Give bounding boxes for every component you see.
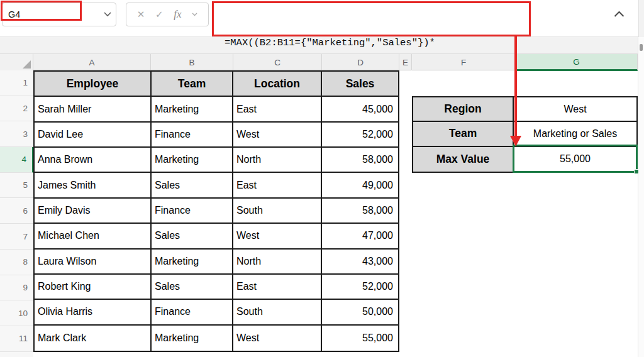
column-header-a[interactable]: A: [33, 54, 151, 70]
column-header-g[interactable]: G: [516, 54, 638, 71]
formula-bar-corner: [638, 0, 644, 37]
cell-a7[interactable]: Michael Chen: [35, 224, 152, 249]
cell-d1[interactable]: Sales: [322, 72, 398, 97]
cell-d6[interactable]: 58,000: [322, 199, 398, 224]
row-header-4[interactable]: 4: [0, 147, 33, 173]
vertical-scrollbar[interactable]: [638, 37, 644, 357]
cell-c8[interactable]: North: [233, 250, 322, 275]
row-header-5[interactable]: 5: [0, 173, 33, 199]
cell-c5[interactable]: East: [233, 173, 322, 198]
employee-table: EmployeeTeamLocationSalesSarah MillerMar…: [33, 70, 399, 352]
row-header-2[interactable]: 2: [0, 96, 33, 122]
select-all-triangle-icon: [23, 60, 31, 69]
cell-a9[interactable]: Robert King: [35, 275, 152, 300]
cell-d7[interactable]: 47,000: [322, 224, 398, 249]
formula-highlight-annotation: [212, 1, 531, 36]
cell-b4[interactable]: Marketing: [152, 148, 233, 173]
enter-icon[interactable]: ✓: [155, 9, 164, 20]
name-box-dropdown-icon[interactable]: [99, 12, 116, 17]
fx-dropdown-icon[interactable]: [192, 13, 197, 16]
row-header-8[interactable]: 8: [0, 250, 33, 275]
formula-line-1: =MAX((B2:B11={"Marketing","Sales"})*: [225, 35, 435, 50]
cell-b9[interactable]: Sales: [152, 275, 233, 300]
cell-c11[interactable]: West: [233, 326, 322, 351]
lookup-table: RegionWestTeamMarketing or SalesMax Valu…: [412, 96, 638, 173]
row-header-6[interactable]: 6: [0, 199, 33, 224]
cell-b2[interactable]: Marketing: [152, 97, 233, 122]
cell-d4[interactable]: 58,000: [322, 148, 398, 173]
cell-a11[interactable]: Mark Clark: [35, 326, 152, 351]
cell-b1[interactable]: Team: [152, 72, 233, 97]
cell-d8[interactable]: 43,000: [322, 250, 398, 275]
row-header-7[interactable]: 7: [0, 224, 33, 250]
cell-b7[interactable]: Sales: [152, 224, 233, 249]
cell-c3[interactable]: West: [233, 123, 322, 148]
cell-d5[interactable]: 49,000: [322, 173, 398, 198]
cell-c6[interactable]: South: [233, 199, 322, 224]
cell-d2[interactable]: 45,000: [322, 97, 398, 122]
cell-c9[interactable]: East: [233, 275, 322, 300]
cancel-icon[interactable]: ✕: [137, 9, 145, 20]
cell-a4[interactable]: Anna Brown: [35, 148, 152, 173]
column-header-b[interactable]: B: [151, 54, 233, 70]
row-header-10[interactable]: 10: [0, 300, 33, 326]
cell-f2[interactable]: Region: [413, 97, 514, 122]
cell-b5[interactable]: Sales: [152, 173, 233, 198]
collapse-formula-bar-icon[interactable]: [613, 9, 625, 18]
cell-b3[interactable]: Finance: [152, 123, 233, 148]
cell-a2[interactable]: Sarah Miller: [35, 97, 152, 122]
cell-c10[interactable]: South: [233, 300, 322, 325]
row-header-3[interactable]: 3: [0, 121, 33, 147]
row-header-9[interactable]: 9: [0, 275, 33, 301]
cell-c1[interactable]: Location: [233, 72, 322, 97]
cell-b8[interactable]: Marketing: [152, 250, 233, 275]
scrollbar-thumb[interactable]: [640, 44, 643, 51]
cell-f4[interactable]: Max Value: [413, 147, 514, 172]
formula-buttons: ✕ ✓ fx: [126, 3, 209, 26]
fill-handle[interactable]: [634, 169, 639, 174]
cell-a6[interactable]: Emily Davis: [35, 199, 152, 224]
cell-a3[interactable]: David Lee: [35, 123, 152, 148]
cell-g2[interactable]: West: [514, 97, 636, 122]
insert-function-icon[interactable]: fx: [174, 8, 181, 21]
spreadsheet-app: G4 ✕ ✓ fx =MAX((B2:B11={"Marketing","Sal…: [0, 0, 644, 357]
cell-d11[interactable]: 55,000: [322, 326, 398, 351]
cell-g3[interactable]: Marketing or Sales: [514, 122, 636, 146]
red-arrow-head-icon: [510, 136, 521, 146]
cell-f3[interactable]: Team: [413, 122, 514, 146]
cell-d3[interactable]: 52,000: [322, 123, 398, 148]
cell-c4[interactable]: North: [233, 148, 322, 173]
namebox-highlight-annotation: [1, 1, 82, 21]
row-header-1[interactable]: 1: [0, 70, 33, 96]
row-header-strip: 1234567891011: [0, 70, 33, 357]
cell-g4[interactable]: 55,000: [514, 147, 636, 172]
cell-a5[interactable]: James Smith: [35, 173, 152, 198]
red-arrow-line: [514, 36, 517, 136]
cell-c2[interactable]: East: [233, 97, 322, 122]
cell-d9[interactable]: 52,000: [322, 275, 398, 300]
select-all-button[interactable]: [0, 54, 33, 70]
cell-a10[interactable]: Olivia Harris: [35, 300, 152, 325]
cell-b10[interactable]: Finance: [152, 300, 233, 325]
cell-b6[interactable]: Finance: [152, 199, 233, 224]
cell-a1[interactable]: Employee: [35, 72, 152, 97]
cell-a8[interactable]: Laura Wilson: [35, 250, 152, 275]
cell-b11[interactable]: Marketing: [152, 326, 233, 351]
cell-d10[interactable]: 50,000: [322, 300, 398, 325]
cell-c7[interactable]: West: [233, 224, 322, 249]
row-header-11[interactable]: 11: [0, 326, 33, 352]
